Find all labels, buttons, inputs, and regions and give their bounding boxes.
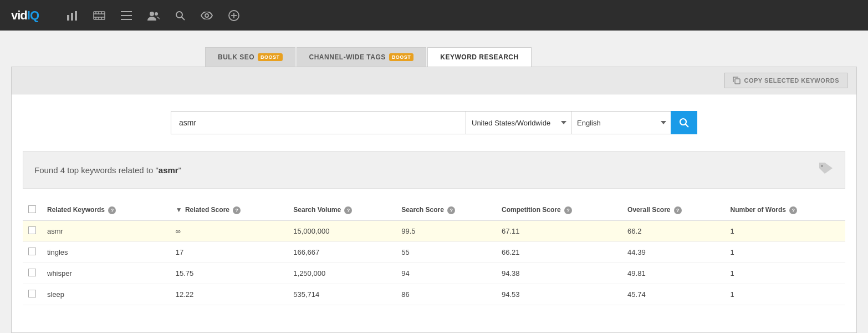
svg-point-26 [821,165,823,167]
row-search-score: 55 [396,242,496,263]
table-row: tingles 17 166,667 55 66.21 44.39 1 [23,242,845,263]
row-checkbox-cell[interactable] [23,263,42,284]
copy-keywords-button[interactable]: COPY SELECTED KEYWORDS [724,73,847,88]
keyword-search-input[interactable] [171,111,466,134]
row-checkbox[interactable] [28,269,36,276]
boost-badge-channel-wide: BOOST [389,53,414,61]
help-num-words-icon[interactable]: ? [789,206,797,214]
svg-point-24 [680,119,686,125]
row-checkbox-cell[interactable] [23,284,42,305]
tabs-container: BULK SEO BOOST CHANNEL-WIDE TAGS BOOST K… [205,47,868,67]
nav-icons [67,10,239,21]
svg-point-17 [176,12,182,18]
svg-line-25 [686,124,689,128]
country-select[interactable]: United States/Worldwide United Kingdom C… [466,111,571,134]
svg-rect-23 [735,79,740,84]
help-search-volume-icon[interactable]: ? [344,206,352,214]
help-related-score-icon[interactable]: ? [233,206,241,214]
table-row: asmr ∞ 15,000,000 99.5 67.11 66.2 1 [23,221,845,242]
eye-icon[interactable] [201,10,213,21]
row-competition-score: 94.38 [496,263,622,284]
row-search-score: 94 [396,263,496,284]
table-row: sleep 12.22 535,714 86 94.53 45.74 1 [23,284,845,305]
th-related-keywords: Related Keywords ? [42,200,170,221]
row-keyword: tingles [42,242,170,263]
list-icon[interactable] [121,10,132,21]
logo-iq: IQ [27,8,39,22]
film-icon[interactable] [93,10,105,21]
row-related-score: 17 [170,242,288,263]
svg-line-18 [182,17,185,20]
help-overall-score-icon[interactable]: ? [674,206,682,214]
language-select[interactable]: English Spanish French German [571,111,671,134]
row-keyword: asmr [42,221,170,242]
row-competition-score: 66.21 [496,242,622,263]
tab-keyword-research[interactable]: KEYWORD RESEARCH [427,47,531,67]
row-checkbox[interactable] [28,290,36,297]
row-overall-score: 49.81 [622,263,724,284]
keywords-table: Related Keywords ? ▼ Related Score ? Sea… [23,200,845,305]
row-num-words: 1 [724,284,845,305]
results-text: Found 4 top keywords related to "asmr" [34,165,181,175]
th-competition-score: Competition Score ? [496,200,622,221]
th-search-score: Search Score ? [396,200,496,221]
boost-badge-bulk-seo: BOOST [258,53,283,61]
sort-arrow-icon: ▼ [176,206,182,214]
row-related-score: 12.22 [170,284,288,305]
tab-channel-wide-tags[interactable]: CHANNEL-WIDE TAGS BOOST [297,47,427,67]
svg-rect-0 [67,15,69,21]
results-banner: Found 4 top keywords related to "asmr" [23,151,845,189]
row-search-score: 99.5 [396,221,496,242]
row-num-words: 1 [724,221,845,242]
top-navigation: vidIQ [0,0,868,31]
th-search-volume: Search Volume ? [288,200,396,221]
row-search-volume: 166,667 [288,242,396,263]
row-search-volume: 535,714 [288,284,396,305]
row-related-score: 15.75 [170,263,288,284]
tag-icon [818,162,834,178]
plus-circle-icon[interactable] [228,10,239,21]
bar-chart-icon[interactable] [67,10,78,21]
row-overall-score: 45.74 [622,284,724,305]
row-keyword: sleep [42,284,170,305]
search-button-icon [679,118,689,128]
logo: vidIQ [11,8,39,23]
search-section: United States/Worldwide United Kingdom C… [12,94,856,145]
tab-bulk-seo[interactable]: BULK SEO BOOST [205,47,295,67]
select-all-checkbox[interactable] [28,205,36,213]
help-related-keywords-icon[interactable]: ? [108,206,116,214]
row-checkbox-cell[interactable] [23,221,42,242]
svg-rect-14 [121,19,132,20]
svg-rect-12 [121,11,132,12]
row-overall-score: 66.2 [622,221,724,242]
table-row: whisper 15.75 1,250,000 94 94.38 49.81 1 [23,263,845,284]
row-checkbox-cell[interactable] [23,242,42,263]
svg-point-15 [150,12,154,16]
row-keyword: whisper [42,263,170,284]
row-search-volume: 1,250,000 [288,263,396,284]
row-num-words: 1 [724,263,845,284]
row-checkbox[interactable] [28,226,36,234]
keywords-table-wrapper: Related Keywords ? ▼ Related Score ? Sea… [12,200,856,305]
search-button[interactable] [671,111,697,134]
row-checkbox[interactable] [28,248,36,255]
row-related-score: ∞ [170,221,288,242]
row-search-volume: 15,000,000 [288,221,396,242]
th-related-score[interactable]: ▼ Related Score ? [170,200,288,221]
svg-rect-13 [121,15,132,16]
main-content: BULK SEO BOOST CHANNEL-WIDE TAGS BOOST K… [0,31,868,333]
logo-vid: vid [11,8,27,22]
help-competition-score-icon[interactable]: ? [564,206,572,214]
th-select-all[interactable] [23,200,42,221]
help-search-score-icon[interactable]: ? [447,206,455,214]
search-nav-icon[interactable] [175,10,185,21]
th-num-words: Number of Words ? [724,200,845,221]
users-icon[interactable] [147,10,160,21]
svg-point-19 [205,14,208,17]
search-row: United States/Worldwide United Kingdom C… [171,111,697,134]
svg-rect-1 [71,13,73,21]
row-num-words: 1 [724,242,845,263]
svg-rect-2 [75,11,77,21]
copy-icon [733,77,741,84]
row-competition-score: 94.53 [496,284,622,305]
